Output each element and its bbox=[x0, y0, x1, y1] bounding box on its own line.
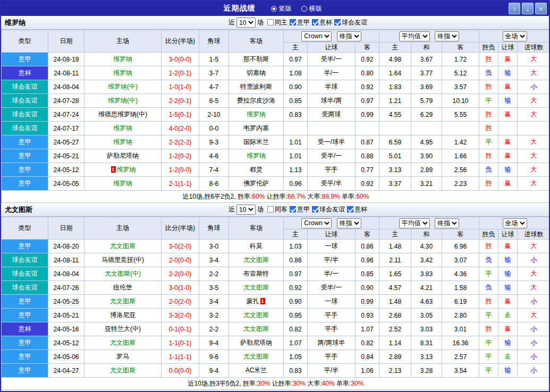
bookmaker-select[interactable]: Crown bbox=[301, 218, 332, 228]
goals-result: 大 bbox=[518, 309, 550, 322]
sub-header-goals: 进球数 bbox=[518, 229, 550, 240]
team-label: 罗马 bbox=[116, 353, 129, 360]
summary-segment: 60% bbox=[356, 193, 369, 200]
filter-checkbox[interactable]: 意甲 bbox=[290, 18, 310, 27]
corner-count: 2-2 bbox=[199, 267, 229, 281]
scope-select[interactable]: 全场 bbox=[503, 31, 527, 41]
scope-select[interactable]: 全场 bbox=[503, 218, 527, 228]
col-header-home: 主场 bbox=[84, 217, 162, 240]
team-label: 维罗纳 bbox=[113, 55, 132, 63]
euro-draw-odds: 4.63 bbox=[411, 295, 442, 309]
euro-draw-odds: 4.21 bbox=[411, 281, 442, 295]
asian-odds-stage-select[interactable]: 终指 bbox=[337, 31, 361, 41]
filter-checkbox[interactable]: 球会友谊 bbox=[334, 18, 367, 27]
filter-checkbox[interactable]: 意杯 bbox=[312, 18, 332, 27]
team-label: 萨勒尼塔纳 bbox=[107, 152, 139, 159]
team-label: 尤文图斯 bbox=[243, 353, 269, 360]
league-badge: 球会友谊 bbox=[2, 108, 48, 122]
corner-count: 9-4 bbox=[199, 364, 229, 378]
view-mode-option-horizontal[interactable]: 横版 bbox=[301, 4, 322, 13]
away-team-cell: 尤文图斯 bbox=[229, 253, 284, 267]
asian-away-odds: 0.90 bbox=[356, 281, 379, 295]
team-label: 尤文图斯 bbox=[243, 325, 269, 333]
team-name: 尤文图斯 bbox=[1, 205, 32, 215]
euro-away-odds: 6.96 bbox=[442, 240, 479, 253]
asian-away-odds bbox=[356, 122, 379, 135]
match-date: 24-05-06 bbox=[48, 350, 84, 364]
sub-header-wdl: 胜负 bbox=[479, 229, 498, 240]
team-label: 费拉尔皮沙洛 bbox=[237, 97, 275, 104]
filter-checkbox[interactable]: 球会友谊 bbox=[312, 205, 345, 214]
sub-header-asian-home: 主 bbox=[284, 42, 308, 53]
filter-checkbox[interactable]: 意杯 bbox=[347, 205, 367, 214]
asian-away-odds: 0.96 bbox=[356, 253, 379, 267]
recent-count-select[interactable]: 10 bbox=[236, 18, 256, 28]
asian-home-odds: 1.07 bbox=[284, 336, 308, 350]
team-label: 萨勒尼塔纳 bbox=[240, 339, 272, 346]
euro-odds-stage-select[interactable]: 终指 bbox=[435, 31, 459, 41]
scroll-down-button[interactable]: ↓ bbox=[522, 3, 534, 14]
asian-home-odds: 0.96 bbox=[284, 177, 308, 191]
view-mode-option-vertical[interactable]: 竖版 bbox=[271, 4, 292, 13]
filter-checkbox[interactable]: 意甲 bbox=[290, 205, 310, 214]
handicap-result: 赢 bbox=[498, 322, 518, 336]
euro-away-odds: 3.54 bbox=[442, 364, 479, 378]
summary-segment: 让胜率: bbox=[270, 380, 293, 387]
summary-segment: 30% bbox=[257, 380, 270, 387]
score-halftime: 1-1(1-1) bbox=[162, 350, 199, 364]
checkbox-checked-icon bbox=[312, 206, 318, 212]
filter-checkbox[interactable]: 同客 bbox=[267, 205, 287, 214]
euro-odds-source-select[interactable]: 平均值 bbox=[399, 218, 430, 228]
league-badge: 意甲 bbox=[2, 336, 48, 350]
summary-segment: 单率: bbox=[340, 193, 357, 200]
filter-checkbox[interactable]: 同主 bbox=[267, 18, 287, 27]
handicap-result: 赢 bbox=[498, 240, 518, 253]
league-badge: 球会友谊 bbox=[2, 80, 48, 94]
euro-odds-source-select[interactable]: 平均值 bbox=[399, 31, 430, 41]
results-table: 类型 日期 主场 比分(半场) 角球 客场 Crown 终指 平均值 终指 bbox=[1, 217, 550, 390]
close-button[interactable]: × bbox=[535, 3, 547, 14]
title-bar: 近期战绩 竖版 横版 ↑ ↓ × bbox=[1, 1, 549, 16]
euro-home-odds: 6.59 bbox=[379, 135, 411, 149]
euro-draw-odds: 3.03 bbox=[411, 322, 442, 336]
league-badge: 意杯 bbox=[2, 66, 48, 80]
asian-home-odds: 1.01 bbox=[284, 149, 308, 163]
bookmaker-select[interactable]: Crown bbox=[301, 31, 332, 41]
asian-odds-stage-select[interactable]: 终指 bbox=[337, 218, 361, 228]
checkbox-checked-icon bbox=[290, 206, 296, 212]
away-team-cell: 特里波利斯 bbox=[229, 80, 284, 94]
match-date: 24-05-21 bbox=[48, 309, 84, 322]
score-halftime: 1-2(0-0) bbox=[162, 163, 199, 177]
euro-home-odds: 1.14 bbox=[379, 336, 411, 350]
recent-count-select[interactable]: 10 bbox=[236, 204, 256, 215]
euro-home-odds: 1.65 bbox=[379, 267, 411, 281]
scroll-up-button[interactable]: ↑ bbox=[509, 3, 520, 14]
match-row: 球会友谊24-08-04尤文图斯(中)2-2(0-0)2-2布雷斯特0.97半/… bbox=[2, 267, 550, 281]
col-header-away: 客场 bbox=[229, 30, 284, 53]
away-team-cell: 蒙扎1 bbox=[229, 295, 284, 309]
away-team-cell: 尤文图斯 bbox=[229, 322, 284, 336]
asian-home-odds: 1.08 bbox=[284, 66, 308, 80]
asian-home-odds bbox=[284, 122, 308, 135]
col-header-score: 比分(半场) bbox=[162, 30, 199, 53]
asian-away-odds: 0.77 bbox=[356, 163, 379, 177]
down-arrow-icon: ↓ bbox=[526, 5, 530, 13]
euro-odds-stage-select[interactable]: 终指 bbox=[435, 218, 459, 228]
checkbox-checked-icon bbox=[290, 19, 296, 25]
team-label: 尤文图斯 bbox=[243, 284, 269, 291]
match-date: 24-08-11 bbox=[48, 66, 84, 80]
goals-result: 小 bbox=[518, 322, 550, 336]
col-header-corner: 角球 bbox=[199, 217, 229, 240]
asian-away-odds: 0.97 bbox=[356, 94, 379, 108]
euro-draw-odds: 3.42 bbox=[411, 253, 442, 267]
win-draw-loss-result: 平 bbox=[479, 364, 498, 378]
recent-suffix-label: 场 bbox=[257, 18, 264, 27]
filters-bar: 近 10 场 同主意甲意杯球会友谊 bbox=[229, 18, 367, 28]
win-draw-loss-result: 胜 bbox=[479, 240, 498, 253]
asian-away-odds: 1.07 bbox=[356, 322, 379, 336]
euro-odds-header: 平均值 终指 bbox=[379, 30, 479, 42]
team-label: 维罗纳(中) bbox=[108, 97, 138, 104]
euro-home-odds: 2.52 bbox=[379, 322, 411, 336]
goals-result: 大 bbox=[518, 108, 550, 122]
away-team-cell: 维罗纳 bbox=[229, 108, 284, 122]
